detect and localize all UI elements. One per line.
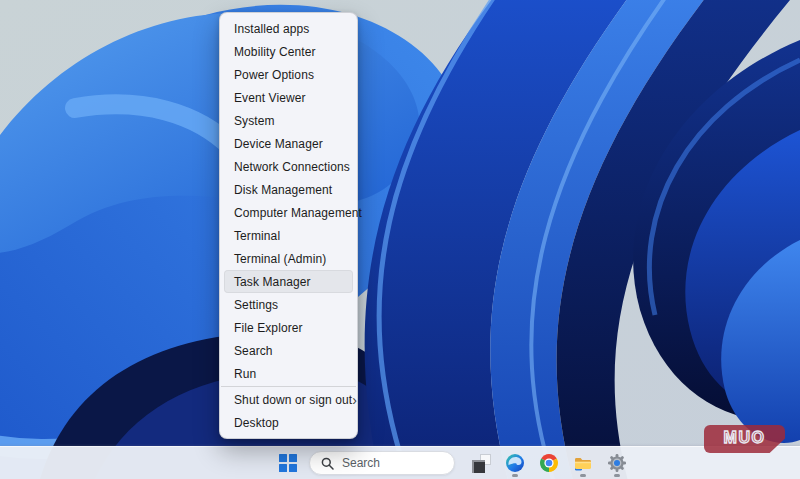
menu-item-desktop[interactable]: Desktop	[224, 411, 353, 434]
menu-item-device-manager[interactable]: Device Manager	[224, 132, 353, 155]
start-button[interactable]	[279, 454, 297, 472]
menu-item-network-connections[interactable]: Network Connections	[224, 155, 353, 178]
edge-app-button[interactable]	[501, 448, 529, 478]
menu-item-label: System	[234, 114, 275, 128]
winx-context-menu: Installed apps Mobility Center Power Opt…	[219, 12, 358, 439]
menu-item-settings[interactable]: Settings	[224, 293, 353, 316]
taskbar-center-group: Search	[279, 447, 631, 479]
window-stack-icon	[472, 454, 491, 473]
menu-item-disk-management[interactable]: Disk Management	[224, 178, 353, 201]
window-stack-app-button[interactable]	[467, 448, 495, 478]
menu-item-label: Desktop	[234, 416, 279, 430]
settings-app-button[interactable]	[603, 448, 631, 478]
muo-watermark: MUO	[704, 425, 785, 453]
menu-item-label: Installed apps	[234, 22, 309, 36]
menu-item-label: Terminal (Admin)	[234, 252, 326, 266]
file-explorer-folder-icon	[573, 453, 593, 473]
menu-item-run[interactable]: Run	[224, 362, 353, 385]
menu-item-event-viewer[interactable]: Event Viewer	[224, 86, 353, 109]
taskbar-search-input[interactable]: Search	[309, 451, 455, 475]
chevron-right-icon: ›	[352, 393, 359, 407]
menu-item-label: Mobility Center	[234, 45, 316, 59]
menu-item-label: Device Manager	[234, 137, 323, 151]
menu-item-label: Terminal	[234, 229, 280, 243]
menu-item-shut-down-or-sign-out[interactable]: Shut down or sign out ›	[224, 388, 353, 411]
search-placeholder-text: Search	[342, 456, 380, 470]
menu-item-label: Power Options	[234, 68, 314, 82]
running-indicator	[512, 474, 518, 477]
settings-gear-icon	[607, 453, 627, 473]
muo-watermark-text: MUO	[724, 429, 766, 447]
menu-item-mobility-center[interactable]: Mobility Center	[224, 40, 353, 63]
windows-logo-icon	[279, 464, 287, 472]
menu-item-label: Disk Management	[234, 183, 332, 197]
menu-item-system[interactable]: System	[224, 109, 353, 132]
menu-item-task-manager[interactable]: Task Manager	[224, 270, 353, 293]
running-indicator	[580, 474, 586, 477]
menu-item-label: Event Viewer	[234, 91, 306, 105]
menu-item-file-explorer[interactable]: File Explorer	[224, 316, 353, 339]
menu-item-label: Run	[234, 367, 256, 381]
menu-item-label: Shut down or sign out	[234, 393, 352, 407]
menu-item-power-options[interactable]: Power Options	[224, 63, 353, 86]
search-icon	[321, 457, 334, 470]
wallpaper-bloom	[0, 0, 800, 479]
menu-item-label: Search	[234, 344, 273, 358]
pinned-apps	[467, 448, 631, 478]
menu-item-search[interactable]: Search	[224, 339, 353, 362]
windows-logo-icon	[289, 464, 297, 472]
chrome-icon	[539, 453, 559, 473]
edge-icon	[505, 453, 525, 473]
menu-item-label: Computer Management	[234, 206, 362, 220]
chrome-app-button[interactable]	[535, 448, 563, 478]
taskbar: Search	[0, 446, 800, 479]
menu-item-installed-apps[interactable]: Installed apps	[224, 17, 353, 40]
menu-item-terminal-admin[interactable]: Terminal (Admin)	[224, 247, 353, 270]
menu-separator	[221, 386, 356, 387]
menu-item-label: Task Manager	[234, 275, 311, 289]
windows-logo-icon	[279, 454, 287, 462]
menu-item-label: Network Connections	[234, 160, 350, 174]
menu-item-terminal[interactable]: Terminal	[224, 224, 353, 247]
file-explorer-app-button[interactable]	[569, 448, 597, 478]
menu-item-label: Settings	[234, 298, 278, 312]
desktop: Installed apps Mobility Center Power Opt…	[0, 0, 800, 479]
menu-item-label: File Explorer	[234, 321, 303, 335]
running-indicator	[614, 474, 620, 477]
windows-logo-icon	[289, 454, 297, 462]
menu-item-computer-management[interactable]: Computer Management	[224, 201, 353, 224]
